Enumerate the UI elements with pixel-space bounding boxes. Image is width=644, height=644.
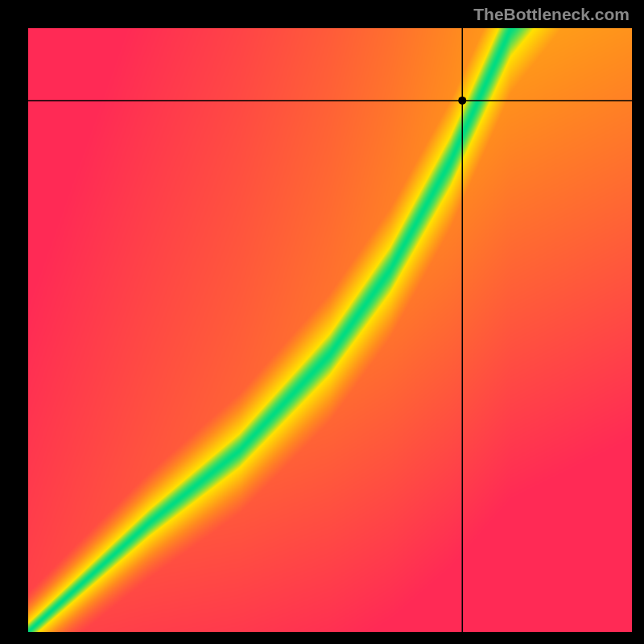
watermark-text: TheBottleneck.com	[473, 5, 630, 24]
heatmap-plot	[28, 28, 632, 632]
chart-container: TheBottleneck.com	[0, 0, 644, 644]
heatmap-canvas	[28, 28, 632, 632]
